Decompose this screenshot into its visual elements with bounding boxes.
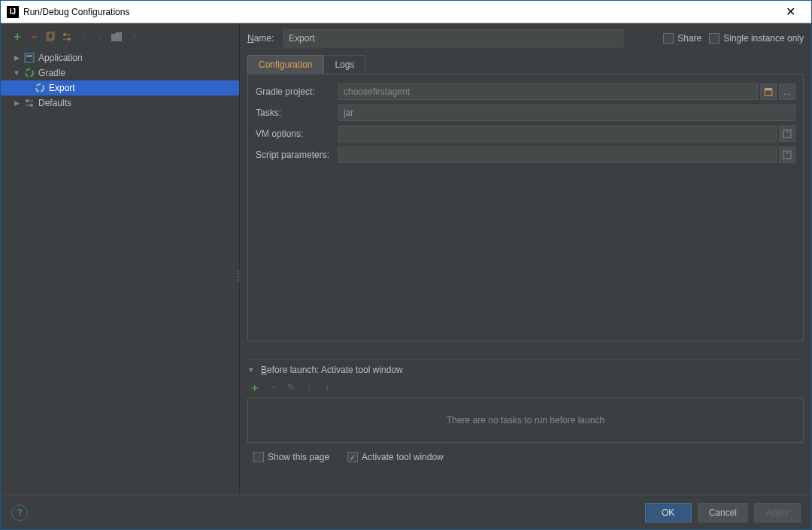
gradle-project-label: Gradle project: xyxy=(256,86,338,97)
script-params-label: Script parameters: xyxy=(256,150,338,160)
tasks-field[interactable] xyxy=(338,104,795,121)
left-panel: + − ↑ ↓ ↓² ▶ Application xyxy=(1,23,240,495)
add-icon[interactable]: + xyxy=(247,380,262,395)
chevron-right-icon: ▶ xyxy=(13,99,20,107)
tree-item-export[interactable]: Export xyxy=(1,80,239,95)
tree-item-application[interactable]: ▶ Application xyxy=(1,50,239,65)
before-launch-toolbar: + − ✎ ↑ ↓ xyxy=(247,380,804,395)
checkbox-icon xyxy=(253,452,264,462)
svg-rect-5 xyxy=(26,55,32,57)
tasks-label: Tasks: xyxy=(256,108,338,118)
remove-icon[interactable]: − xyxy=(265,380,280,395)
application-icon xyxy=(23,52,35,64)
edit-icon[interactable]: ✎ xyxy=(283,380,298,395)
add-icon[interactable]: + xyxy=(10,29,25,44)
svg-point-7 xyxy=(36,84,44,92)
name-input[interactable] xyxy=(283,29,623,47)
defaults-icon xyxy=(23,97,35,109)
tab-configuration[interactable]: Configuration xyxy=(247,55,323,74)
gradle-icon xyxy=(23,67,35,79)
tree-item-gradle[interactable]: ▼ Gradle xyxy=(1,65,239,80)
gradle-run-icon xyxy=(34,82,46,94)
single-instance-checkbox[interactable]: Single instance only xyxy=(709,33,804,44)
single-instance-label: Single instance only xyxy=(723,33,804,44)
folder-icon[interactable] xyxy=(109,29,124,44)
svg-point-9 xyxy=(30,104,33,107)
cancel-button[interactable]: Cancel xyxy=(698,503,748,522)
empty-message: There are no tasks to run before launch xyxy=(447,415,604,426)
chevron-down-icon: ▼ xyxy=(13,69,20,77)
config-tree: ▶ Application ▼ Gradle Export ▶ xyxy=(1,49,239,495)
expand-icon[interactable] xyxy=(779,126,795,142)
share-label: Share xyxy=(677,33,701,44)
expand-icon[interactable] xyxy=(779,147,795,163)
settings-icon[interactable] xyxy=(59,29,74,44)
vm-options-field[interactable] xyxy=(338,126,777,142)
before-launch-section: ▼ Before launch: Activate tool window + … xyxy=(247,359,804,462)
script-params-field[interactable] xyxy=(338,147,777,163)
move-up-icon[interactable]: ↑ xyxy=(76,29,91,44)
svg-rect-4 xyxy=(25,53,34,62)
share-checkbox[interactable]: Share xyxy=(663,33,701,44)
before-launch-list: There are no tasks to run before launch xyxy=(247,398,804,443)
registered-project-icon[interactable] xyxy=(760,83,777,100)
tree-label: Application xyxy=(38,53,83,63)
remove-icon[interactable]: − xyxy=(26,29,41,44)
svg-point-8 xyxy=(26,99,29,102)
show-this-page-checkbox[interactable]: Show this page xyxy=(253,452,329,462)
tab-logs[interactable]: Logs xyxy=(323,55,365,74)
browse-icon[interactable]: … xyxy=(779,83,795,100)
ok-button[interactable]: OK xyxy=(645,503,692,522)
apply-button[interactable]: Apply xyxy=(754,503,801,522)
split-handle[interactable] xyxy=(237,264,241,286)
before-launch-header: Before launch: Activate tool window xyxy=(261,365,403,375)
help-icon[interactable]: ? xyxy=(11,504,28,521)
tree-label: Gradle xyxy=(38,68,65,78)
tree-item-defaults[interactable]: ▶ Defaults xyxy=(1,95,239,111)
svg-rect-11 xyxy=(765,88,772,90)
activate-tool-window-label: Activate tool window xyxy=(362,452,444,462)
checkbox-icon xyxy=(663,33,674,44)
svg-point-3 xyxy=(68,38,71,41)
configuration-panel: Gradle project: … Tasks: VM options: Scr… xyxy=(247,74,804,341)
window-title: Run/Debug Configurations xyxy=(23,7,775,17)
move-up-icon[interactable]: ↑ xyxy=(301,380,317,395)
tree-label: Export xyxy=(49,83,75,93)
svg-point-6 xyxy=(26,69,33,77)
tabs: Configuration Logs xyxy=(247,55,804,74)
right-panel: Name: Share Single instance only Configu… xyxy=(240,23,811,495)
checkbox-icon xyxy=(709,33,720,44)
svg-point-2 xyxy=(63,33,66,36)
chevron-right-icon: ▶ xyxy=(13,54,20,62)
name-label: Name: xyxy=(247,33,277,44)
titlebar[interactable]: IJ Run/Debug Configurations ✕ xyxy=(1,1,811,23)
sort-icon[interactable]: ↓² xyxy=(126,29,141,44)
chevron-down-icon[interactable]: ▼ xyxy=(247,366,255,374)
move-down-icon[interactable]: ↓ xyxy=(320,380,335,395)
copy-icon[interactable] xyxy=(43,29,58,44)
move-down-icon[interactable]: ↓ xyxy=(92,29,108,44)
vm-options-label: VM options: xyxy=(256,129,338,139)
activate-tool-window-checkbox[interactable]: ✓ Activate tool window xyxy=(347,452,444,462)
tree-label: Defaults xyxy=(38,98,71,108)
show-this-page-label: Show this page xyxy=(268,452,329,462)
close-icon[interactable]: ✕ xyxy=(775,5,805,19)
gradle-project-field[interactable] xyxy=(338,83,758,100)
app-icon: IJ xyxy=(7,6,19,18)
svg-rect-10 xyxy=(765,90,772,95)
dialog-footer: ? OK Cancel Apply xyxy=(1,495,811,529)
tree-toolbar: + − ↑ ↓ ↓² xyxy=(1,28,239,49)
checkbox-checked-icon: ✓ xyxy=(347,452,358,462)
